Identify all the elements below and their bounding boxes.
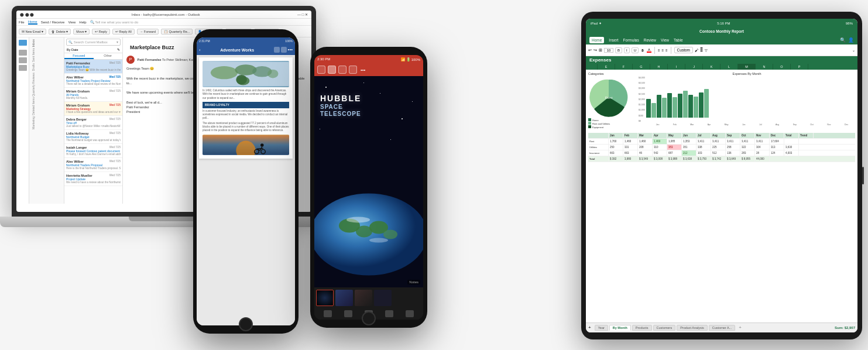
menu-send-receive[interactable]: Send / Receive (41, 20, 65, 24)
add-sheet-icon[interactable]: + (739, 325, 742, 330)
hubble-share-btn[interactable] (349, 66, 357, 74)
col-n[interactable]: N (756, 64, 773, 69)
tab-product-analysis[interactable]: Product Analysis (677, 325, 708, 331)
row3-apr[interactable]: 542 (653, 150, 667, 156)
slideshow-icon[interactable] (385, 310, 393, 317)
font-size-input[interactable]: 10 (604, 48, 613, 53)
hubble-more[interactable]: ••• (361, 67, 365, 73)
row2-oct[interactable]: 322 (740, 145, 755, 150)
row3-jul[interactable]: 103 (697, 150, 711, 156)
btn-forward[interactable]: → Forward (137, 29, 159, 35)
tab-customer-a[interactable]: Customer A... (709, 325, 735, 331)
row2-may[interactable]: 353 (667, 145, 682, 150)
align-left-btn[interactable]: ≡ (658, 49, 660, 52)
row4-jun[interactable]: $ 3,638 (682, 156, 697, 162)
excel-menu-table[interactable]: Table (674, 38, 683, 42)
phone-home-btn[interactable] (239, 317, 253, 331)
row4-may[interactable]: $ 3,988 (667, 156, 682, 162)
tab-by-month[interactable]: By Month (609, 325, 631, 331)
col-m[interactable]: M (738, 64, 756, 69)
row4-aug[interactable]: $ 3,742 (711, 156, 726, 162)
thumb-0[interactable] (316, 290, 334, 306)
tab-other[interactable]: Other (94, 53, 123, 59)
mailbox-dropdown[interactable]: ▾ (116, 40, 118, 44)
add-sheet-btn[interactable]: + (588, 325, 591, 330)
row4-sep[interactable]: $ 3,649 (726, 156, 740, 162)
row3-jan[interactable]: 663 (609, 150, 623, 156)
col-g[interactable]: G (633, 64, 650, 69)
col-p[interactable]: P (791, 64, 808, 69)
strikethrough-btn[interactable]: S̶ (640, 48, 645, 52)
row3-feb[interactable]: 663 (623, 150, 638, 156)
menu-view[interactable]: View (68, 20, 76, 24)
row3-mar[interactable]: 46 (638, 150, 653, 156)
row2-jan[interactable]: 250 (609, 145, 623, 150)
excel-menu-insert[interactable]: Insert (609, 38, 618, 42)
folder-sent[interactable]: Sent Items (30, 47, 63, 63)
row1-total[interactable] (784, 139, 799, 144)
col-o[interactable]: O (773, 64, 791, 69)
email-item-4[interactable]: Wed 7/25 Debra Berger Time off Just talk… (64, 116, 122, 130)
back-icon[interactable]: ‹ (199, 47, 201, 53)
row1-mar[interactable]: 1,460 (638, 139, 653, 144)
italic-btn[interactable]: I (624, 47, 630, 53)
row3-nov[interactable]: 28 (755, 150, 770, 156)
col-e[interactable]: E (598, 64, 615, 69)
expand-btn[interactable]: ⌄ (852, 48, 855, 52)
tab-products[interactable]: Products (632, 325, 652, 331)
col-k[interactable]: K (703, 64, 721, 69)
more-icon[interactable] (406, 310, 414, 317)
row1-oct[interactable]: 3,411 (740, 139, 755, 144)
row4-total[interactable]: 44,000 (755, 156, 770, 162)
folder-quarterly[interactable]: Quarterly Reviews (30, 72, 63, 97)
btn-move[interactable]: Move ▾ (73, 29, 90, 35)
folder-deleted[interactable]: Deleted Items (30, 97, 63, 116)
email-item-5[interactable]: Wed 7/25 Lidia Holloway Northwind Budget… (64, 130, 122, 144)
email-item-8[interactable]: Wed 7/25 Henrietta Mueller Project Updat… (64, 172, 122, 186)
menu-search[interactable]: 🔍 Tell me what you want to do (90, 20, 139, 24)
filter-btn[interactable]: ▽ (705, 48, 708, 52)
autofit-btn[interactable]: ⊞ (599, 48, 602, 53)
row2-mar[interactable]: 208 (638, 145, 653, 150)
btn-quarterly[interactable]: 📋 Quarterly Re... (161, 29, 193, 35)
row4-apr[interactable]: $ 3,008 (653, 156, 667, 162)
row3-total[interactable]: 4,003 (784, 150, 799, 156)
row1-may[interactable]: 1,085 (667, 139, 682, 144)
col-l[interactable]: L (721, 64, 738, 69)
excel-account-icon[interactable]: 👤 (848, 37, 854, 43)
btn-reply-all[interactable]: ↩ Reply All (112, 29, 135, 35)
thumb-2[interactable] (355, 290, 372, 306)
row4-mar[interactable]: $ 3,549 (638, 156, 653, 162)
hubble-search-btn[interactable] (338, 66, 346, 74)
row3-oct[interactable]: 283 (740, 150, 755, 156)
font-color-btn[interactable]: A (647, 48, 651, 53)
row2-aug[interactable]: 225 (711, 145, 726, 150)
row2-total[interactable]: 3,630 (784, 145, 799, 150)
btn-new-email[interactable]: ✉ New Email ▾ (19, 29, 46, 35)
search-bar[interactable]: 🔍 Search Current Mailbox ▾ (66, 39, 121, 46)
row1-nov[interactable]: 3,411 (755, 139, 770, 144)
row4-feb[interactable]: 3,980 (623, 156, 638, 162)
align-right-btn[interactable]: ≡ (665, 49, 668, 52)
align-center-btn[interactable]: ≡ (662, 49, 664, 52)
row1-feb[interactable]: 1,460 (623, 139, 638, 144)
excel-menu-view[interactable]: View (661, 38, 669, 42)
menu-home[interactable]: Home (28, 20, 37, 25)
grid-icon[interactable] (324, 310, 332, 317)
col-j[interactable]: J (685, 64, 703, 69)
email-item-7[interactable]: Wed 7/25 Alex Wilber Northwind Traders P… (64, 158, 122, 172)
row3-may[interactable]: 687 (667, 150, 682, 156)
row2-jul[interactable]: 338 (697, 145, 711, 150)
excel-search-icon[interactable]: 🔍 (840, 37, 846, 43)
share-icon[interactable] (281, 47, 287, 53)
bold-btn[interactable]: B (615, 47, 622, 53)
sort-label[interactable]: By Date (67, 48, 78, 52)
col-i[interactable]: I (668, 64, 685, 69)
hubble-play-btn[interactable] (328, 66, 336, 74)
folder-marketing[interactable]: Marketing (30, 116, 63, 130)
row3-dec[interactable]: 124 (770, 150, 784, 156)
row2-nov[interactable]: 304 (755, 145, 770, 150)
row2-apr[interactable]: 310 (653, 145, 667, 150)
phone-hubble-home-btn[interactable] (362, 311, 376, 325)
underline-btn[interactable]: U (632, 47, 639, 53)
